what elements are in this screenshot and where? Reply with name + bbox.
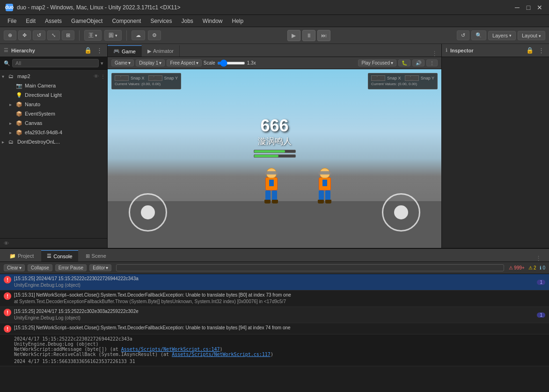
menu-services[interactable]: Services [146,17,176,25]
transform-btn-2[interactable]: ✥ [18,30,31,40]
tab-project[interactable]: 📁 Project [4,250,39,261]
minimize-button[interactable]: ─ [513,4,521,11]
layers-dropdown[interactable]: Layers ▾ [488,31,516,40]
hierarchy-lock[interactable]: 🔒 [83,46,93,55]
menu-file[interactable]: File [4,17,20,25]
hierarchy-item-canvas[interactable]: ▸ 📦 Canvas [0,118,107,128]
game-dropdown-label: Game [115,60,127,65]
game-more-btn[interactable]: ⋮ [426,59,438,66]
collapse-btn[interactable]: Collapse [28,264,52,271]
console-search-input[interactable] [116,264,504,271]
console-row-1[interactable]: ! [15:15:25] 2024/4/17 15:15:25222c22302… [0,274,549,290]
scene-eye-icon[interactable]: 👁 [4,240,9,246]
pivot-button[interactable]: 王▾ [84,30,102,41]
center-more-btn[interactable]: ⋮ [432,50,438,57]
hierarchy-item-dont-destroy[interactable]: ▸ 🗂 DontDestroyOnL... [0,137,107,146]
global-button[interactable]: 圆▾ [104,30,122,41]
free-aspect-btn[interactable]: Free Aspect ▾ [167,59,201,66]
console-row-4[interactable]: ! [15:15:25] NetWorkScript--socket.Close… [0,323,549,334]
item-label-efa: efa293cf-94d8-4 [25,130,62,135]
menu-jobs[interactable]: Jobs [177,17,197,25]
editor-btn[interactable]: Editor ▾ [89,264,111,271]
menu-window[interactable]: Window [199,17,227,25]
tab-console[interactable]: ☰ Console [41,250,78,261]
filter-icon[interactable]: ▾ [101,60,103,66]
hierarchy-item-map2[interactable]: ▾ 🗂 map2 👁 ⋮ [0,72,107,81]
health-bars [254,150,296,158]
toggle-dont-destroy[interactable]: ▸ [2,139,8,145]
menu-help[interactable]: Help [228,17,248,25]
scale-slider-input[interactable] [217,62,245,65]
display1-btn[interactable]: Display 1 ▾ [136,59,165,66]
hierarchy-item-main-camera[interactable]: 📷 Main Camera [0,81,107,90]
layout-dropdown[interactable]: Layout ▾ [518,31,545,40]
bottom-more-btn[interactable]: ⋮ [535,254,542,261]
error-icon: ⚠ [509,265,513,270]
link-networkscript-117[interactable]: Assets/Scripts/NetWorkScript.cs:117 [172,352,271,357]
free-aspect-label: Free Aspect [170,60,195,65]
info-icon: ℹ [540,265,542,270]
hierarchy-panel: ☰ Hierarchy 🔒 ⋮ 🔍 ▾ ▾ 🗂 map2 👁 ⋮ 📷 [0,44,108,248]
menu-gameobject[interactable]: GameObject [67,17,106,25]
hierarchy-more[interactable]: ⋮ [95,46,103,55]
snap-box-right-2: ⬛ [405,75,419,81]
console-row-3[interactable]: ! [15:15:25] 2024/4/17 15:15:25222c302e3… [0,307,549,323]
hierarchy-item-dir-light[interactable]: 💡 Directional Light [0,90,107,100]
console-error-icon-1: ! [4,276,11,283]
hierarchy-item-eventsystem[interactable]: 📦 EventSystem [0,109,107,118]
joystick-left-center [141,205,155,219]
bug-btn[interactable]: 🐛 [398,59,410,66]
menu-assets[interactable]: Assets [41,17,66,25]
console-row-2[interactable]: ! [15:15:31] NetWorkScript--socket.Close… [0,290,549,307]
error-pause-btn[interactable]: Error Pause [55,264,87,271]
transform-btn-4[interactable]: ⤡ [47,30,60,40]
play-focused-btn[interactable]: Play Focused ▾ [358,59,396,66]
settings-button[interactable]: ⚙ [148,30,161,40]
transform-btn-5[interactable]: ⊞ [62,30,74,40]
search-button[interactable]: 🔍 [471,30,486,40]
hierarchy-item-naruto[interactable]: ▸ 📦 Naruto [0,100,107,109]
console-error-icon-2: ! [4,292,11,300]
pause-button[interactable]: ⏸ [302,30,315,41]
play-button[interactable]: ▶ [287,30,300,41]
clear-dropdown-icon: ▾ [19,265,22,270]
health-fill-1 [254,150,285,152]
link-networkscript-147[interactable]: Assets/Scripts/NetWorkScript.cs:147 [121,347,220,352]
tab-game[interactable]: 🎮 Game [108,45,142,57]
tab-scene[interactable]: ⊞ Scene [80,250,112,261]
inspector-lock[interactable]: 🔒 [525,46,534,55]
eye-icon-map2[interactable]: 👁 [94,73,99,79]
transform-btn-1[interactable]: ⊕ [4,30,16,40]
hierarchy-search-input[interactable] [12,59,99,67]
toggle-efa[interactable]: ▸ [9,130,16,135]
clear-btn[interactable]: Clear ▾ [4,264,25,271]
joystick-right[interactable] [382,193,420,232]
joystick-left[interactable] [129,193,167,232]
toolbar: ⊕ ✥ ↺ ⤡ ⊞ 王▾ 圆▾ ☁ ⚙ ▶ ⏸ ⏭ ↺ 🔍 Layers ▾ L… [0,27,549,44]
hierarchy-item-efa293cf[interactable]: ▸ 📦 efa293cf-94d8-4 [0,128,107,137]
menu-edit[interactable]: Edit [22,17,39,25]
game-dropdown-btn[interactable]: Game ▾ [111,59,134,66]
transform-btn-3[interactable]: ↺ [33,30,45,40]
maximize-button[interactable]: □ [525,4,532,11]
toggle-naruto[interactable]: ▸ [9,102,16,107]
scale-label: Scale [204,60,215,65]
cloud-button[interactable]: ☁ [132,30,145,40]
toggle-canvas[interactable]: ▸ [9,121,16,126]
inspector-more[interactable]: ⋮ [537,46,545,55]
more-icon-map2[interactable]: ⋮ [101,74,105,79]
close-button[interactable]: ✕ [536,4,543,11]
console-content: ! [15:15:25] 2024/4/17 15:15:25222c22302… [0,274,549,392]
game-view: ⬛ Snap X ⬛ Snap Y Current Values: (0.00,… [108,69,441,248]
character-left [264,168,278,203]
sound-btn[interactable]: 🔊 [412,59,425,66]
console-count-3: 1 [537,312,545,318]
warn-count: 2 [534,265,536,270]
step-button[interactable]: ⏭ [317,30,330,41]
history-button[interactable]: ↺ [457,30,469,40]
inspector-panel: ℹ Inspector 🔒 ⋮ [441,44,549,248]
tab-animator[interactable]: ▶ Animator [142,45,180,57]
toggle-map2[interactable]: ▾ [2,74,8,79]
scale-value: 1.3x [247,60,256,65]
menu-component[interactable]: Component [108,17,145,25]
